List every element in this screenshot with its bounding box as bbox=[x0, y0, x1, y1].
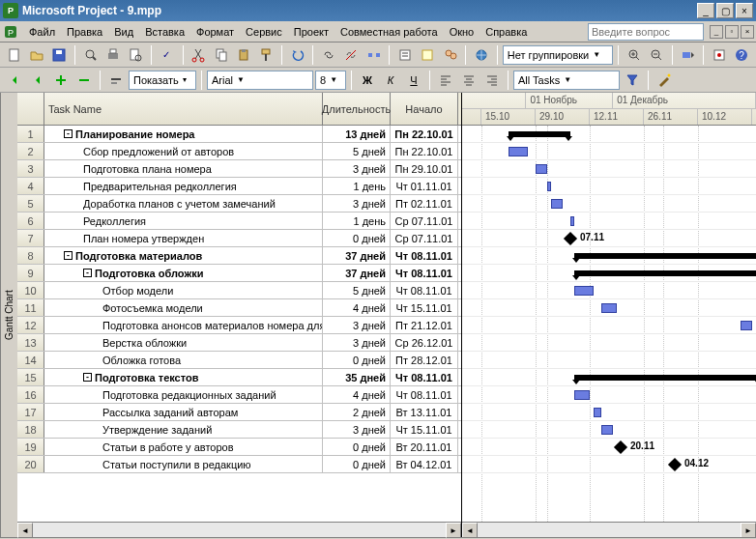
task-bar[interactable] bbox=[741, 321, 752, 330]
goto-task-button[interactable] bbox=[678, 44, 698, 66]
milestone-icon[interactable] bbox=[564, 232, 577, 245]
link-button[interactable] bbox=[318, 44, 338, 66]
table-row[interactable]: 4Предварительная редколлегия1 деньЧт 01.… bbox=[17, 178, 461, 195]
task-bar[interactable] bbox=[536, 164, 547, 174]
milestone-icon[interactable] bbox=[614, 440, 627, 454]
task-name-cell[interactable]: Предварительная редколлегия bbox=[44, 178, 323, 194]
unlink-button[interactable] bbox=[341, 44, 362, 66]
menu-tools[interactable]: Сервис bbox=[240, 24, 288, 40]
duration-cell[interactable]: 35 дней bbox=[323, 369, 391, 385]
new-button[interactable] bbox=[4, 44, 24, 66]
outdent-left-button[interactable] bbox=[4, 70, 25, 91]
duration-cell[interactable]: 1 день bbox=[323, 213, 391, 229]
start-cell[interactable]: Пн 29.10.01 bbox=[391, 160, 458, 177]
duration-cell[interactable]: 37 дней bbox=[323, 247, 391, 264]
table-row[interactable]: 2Сбор предложений от авторов5 днейПн 22.… bbox=[17, 143, 461, 160]
copy-picture-button[interactable] bbox=[709, 44, 729, 66]
assign-resources-button[interactable] bbox=[440, 44, 460, 66]
task-name-cell[interactable]: -Планирование номера bbox=[44, 126, 323, 142]
duration-cell[interactable]: 3 дней bbox=[323, 317, 391, 333]
table-row[interactable]: 14Обложка готова0 днейПт 28.12.01 bbox=[17, 352, 461, 369]
font-size-dropdown[interactable]: 8▼ bbox=[315, 71, 346, 90]
task-name-cell[interactable]: Подготовка редакционных заданий bbox=[44, 386, 323, 403]
table-row[interactable]: 16Подготовка редакционных заданий4 днейЧ… bbox=[17, 386, 461, 404]
help-button[interactable]: ? bbox=[732, 44, 752, 66]
duration-cell[interactable]: 5 дней bbox=[323, 143, 391, 159]
menu-format[interactable]: Формат bbox=[190, 24, 240, 40]
duration-cell[interactable]: 2 дней bbox=[323, 404, 391, 420]
duration-cell[interactable]: 37 дней bbox=[323, 265, 391, 281]
cut-button[interactable] bbox=[189, 44, 209, 66]
duration-cell[interactable]: 4 дней bbox=[323, 386, 391, 403]
help-search-input[interactable] bbox=[588, 23, 704, 41]
font-dropdown[interactable]: Arial▼ bbox=[207, 71, 313, 90]
task-name-cell[interactable]: Утверждение заданий bbox=[44, 421, 323, 438]
task-name-cell[interactable]: Обложка готова bbox=[44, 352, 323, 368]
table-row[interactable]: 13Верстка обложки3 днейСр 26.12.01 bbox=[17, 334, 461, 352]
maximize-button[interactable]: ▢ bbox=[716, 3, 734, 18]
task-bar[interactable] bbox=[551, 199, 563, 209]
zoom-out-button[interactable] bbox=[647, 44, 667, 66]
table-row[interactable]: 1-Планирование номера13 днейПн 22.10.01 bbox=[17, 126, 461, 143]
scroll-track[interactable] bbox=[33, 523, 446, 537]
summary-bar[interactable] bbox=[574, 270, 756, 276]
align-left-button[interactable] bbox=[435, 70, 456, 91]
task-name-cell[interactable]: Редколлегия bbox=[44, 213, 323, 229]
collapse-icon[interactable]: - bbox=[64, 129, 73, 138]
paste-button[interactable] bbox=[233, 44, 253, 66]
menu-window[interactable]: Окно bbox=[444, 24, 480, 40]
start-cell[interactable]: Пт 02.11.01 bbox=[391, 195, 458, 212]
table-row[interactable]: 17Рассылка заданий авторам2 днейВт 13.11… bbox=[17, 404, 461, 421]
menu-project[interactable]: Проект bbox=[288, 24, 334, 40]
hide-subtasks-button[interactable] bbox=[105, 70, 127, 91]
table-row[interactable]: 18Утверждение заданий3 днейЧт 15.11.01 bbox=[17, 421, 461, 439]
table-row[interactable]: 20Статьи поступили в редакцию0 днейВт 04… bbox=[17, 456, 461, 473]
start-cell[interactable]: Ср 26.12.01 bbox=[391, 334, 458, 351]
task-bar[interactable] bbox=[509, 147, 528, 156]
autofilter-button[interactable] bbox=[622, 70, 643, 91]
mdi-minimize-button[interactable]: _ bbox=[710, 25, 723, 39]
table-row[interactable]: 3Подготовка плана номера3 днейПн 29.10.0… bbox=[17, 160, 461, 178]
scroll-left-button[interactable]: ◄ bbox=[17, 523, 33, 538]
table-row[interactable]: 8-Подготовка материалов37 днейЧт 08.11.0… bbox=[17, 247, 461, 265]
menu-insert[interactable]: Вставка bbox=[139, 24, 190, 40]
print-preview-button[interactable] bbox=[126, 44, 146, 66]
duration-cell[interactable]: 3 дней bbox=[323, 334, 391, 351]
task-name-cell[interactable]: Подготовка анонсов материалов номера для… bbox=[44, 317, 323, 333]
spell-check-button[interactable]: ✓ bbox=[157, 44, 177, 66]
duration-cell[interactable]: 0 дней bbox=[323, 352, 391, 368]
task-notes-button[interactable] bbox=[418, 44, 438, 66]
task-name-cell[interactable]: Статьи в работе у авторов bbox=[44, 439, 323, 455]
gantt-scroll-track[interactable] bbox=[478, 523, 741, 537]
gantt-body[interactable]: 07.1120.1104.12 bbox=[462, 126, 756, 522]
summary-bar[interactable] bbox=[574, 375, 756, 381]
column-header-id[interactable] bbox=[17, 93, 44, 125]
start-cell[interactable]: Вт 20.11.01 bbox=[391, 439, 458, 455]
grid-hscroll[interactable]: ◄ ► bbox=[17, 522, 461, 537]
start-cell[interactable]: Пт 21.12.01 bbox=[391, 317, 458, 333]
split-task-button[interactable] bbox=[363, 44, 384, 66]
view-bar-tab[interactable]: Gantt Chart bbox=[0, 93, 17, 537]
duration-cell[interactable]: 3 дней bbox=[323, 160, 391, 177]
table-row[interactable]: 12Подготовка анонсов материалов номера д… bbox=[17, 317, 461, 334]
gantt-scroll-right-button[interactable]: ► bbox=[741, 523, 756, 537]
start-cell[interactable]: Вт 04.12.01 bbox=[391, 456, 458, 472]
start-cell[interactable]: Чт 08.11.01 bbox=[391, 282, 458, 298]
mdi-close-button[interactable]: × bbox=[741, 25, 754, 39]
table-row[interactable]: 7План номера утвержден0 днейСр 07.11.01 bbox=[17, 230, 461, 247]
task-name-cell[interactable]: -Подготовка обложки bbox=[44, 265, 323, 281]
bold-button[interactable]: Ж bbox=[357, 70, 378, 91]
table-row[interactable]: 11Фотосъемка модели4 днейЧт 15.11.01 bbox=[17, 299, 461, 317]
gantt-hscroll[interactable]: ◄ ► bbox=[462, 522, 756, 537]
start-cell[interactable]: Чт 08.11.01 bbox=[391, 265, 458, 281]
table-row[interactable]: 15-Подготовка текстов35 днейЧт 08.11.01 bbox=[17, 369, 461, 386]
task-bar[interactable] bbox=[601, 303, 617, 313]
menu-edit[interactable]: Правка bbox=[61, 24, 108, 40]
column-header-duration[interactable]: Длительность bbox=[323, 93, 391, 125]
milestone-icon[interactable] bbox=[668, 458, 682, 471]
zoom-in-button[interactable] bbox=[624, 44, 644, 66]
task-bar[interactable] bbox=[601, 425, 613, 435]
search-button[interactable] bbox=[80, 44, 101, 66]
collapse-icon[interactable]: - bbox=[64, 251, 73, 260]
duration-cell[interactable]: 0 дней bbox=[323, 439, 391, 455]
